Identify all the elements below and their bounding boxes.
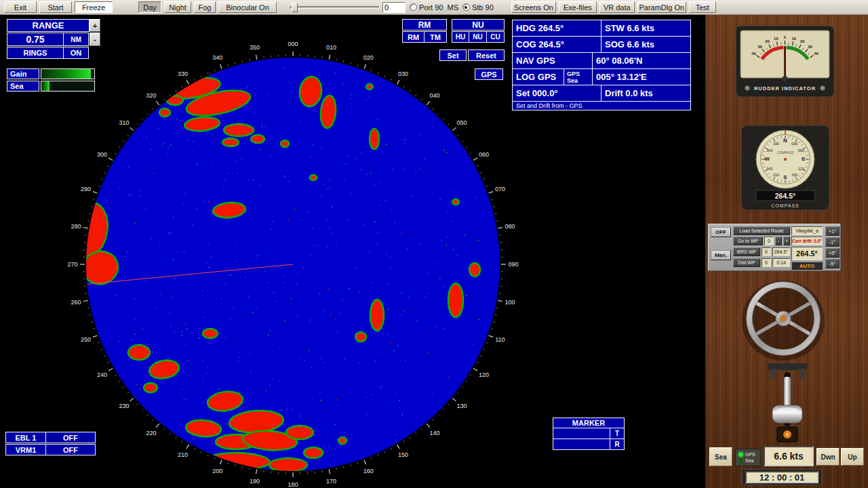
longitude-value: 005° 13.12'E [592, 68, 691, 85]
set-button[interactable]: Set [439, 49, 467, 61]
exe-files-button[interactable]: Exe-files [559, 1, 597, 13]
bearing-label: 240 [97, 371, 107, 378]
cu-button[interactable]: CU [486, 31, 505, 43]
stb-90-radio-dot[interactable] [462, 3, 470, 11]
marker-t-button[interactable]: T [610, 428, 625, 439]
nav-gps-label[interactable]: NAV GPS [512, 52, 593, 69]
plus-1-button[interactable]: +1° [825, 226, 840, 236]
stb-90-radio[interactable]: Stb 90 [462, 3, 494, 12]
wp-increment-button[interactable]: + [783, 237, 790, 245]
svg-text:20: 20 [800, 39, 805, 43]
night-button[interactable]: Night [164, 1, 191, 13]
radar-echo [222, 138, 239, 146]
gain-bar[interactable] [41, 68, 95, 79]
autopilot-manual-button[interactable]: Man. [711, 250, 731, 260]
binocular-button[interactable]: Binocular On [218, 1, 277, 13]
vrm-toggle[interactable]: OFF [45, 444, 96, 455]
radar-echo [203, 329, 218, 338]
hu-button[interactable]: HU [452, 31, 469, 43]
motion-mode-panel: RM RM TM [402, 19, 447, 43]
view-slider[interactable] [290, 2, 380, 13]
ships-wheel[interactable] [738, 277, 829, 362]
rudder-indicator: 40302010010203040 RUDDER INDICATOR [736, 26, 834, 97]
radar-echo [128, 345, 150, 360]
marker-r-value [553, 439, 610, 450]
marker-t-value [553, 428, 610, 439]
radar-echo [71, 209, 89, 222]
dist-wp-button[interactable]: Dist.WP [733, 258, 760, 267]
set-drift-source: Set and Drift from - GPS [512, 101, 691, 110]
cog-value: COG 264.5° [512, 36, 601, 53]
autopilot-off-button[interactable]: OFF [711, 227, 731, 237]
range-increase-button[interactable]: + [90, 19, 100, 32]
day-button[interactable]: Day [138, 1, 161, 13]
start-button[interactable]: Start [39, 1, 72, 13]
load-route-button[interactable]: Load Selected Route [733, 226, 790, 235]
port-90-radio[interactable]: Port 90 [410, 3, 443, 12]
radar-echo [159, 108, 170, 117]
bearing-label: 250 [81, 336, 91, 343]
screens-button[interactable]: Screens On [511, 1, 556, 13]
svg-text:330: 330 [773, 142, 779, 146]
sea-label: Sea [7, 81, 39, 92]
range-decrease-button[interactable]: - [90, 33, 100, 46]
speed-down-button[interactable]: Dwn [816, 448, 840, 466]
test-button[interactable]: Test [689, 1, 716, 13]
minus-1-button[interactable]: -1° [825, 237, 840, 247]
bearing-label: 290 [81, 186, 91, 192]
sea-mode-button[interactable]: Sea [709, 447, 732, 466]
radar-echo [370, 129, 379, 149]
svg-text:30: 30 [757, 45, 762, 49]
bearing-label: 340 [212, 54, 222, 61]
freeze-button[interactable]: Freeze [75, 1, 113, 13]
sea-bar[interactable] [41, 81, 95, 92]
screw-icon [745, 86, 750, 91]
radar-echo [167, 96, 183, 105]
brg-wp-button[interactable]: BRG WP [733, 247, 760, 256]
speed-up-button[interactable]: Up [841, 448, 864, 466]
gps-button[interactable]: GPS [475, 68, 503, 80]
bearing-label: 070 [495, 186, 505, 192]
goto-wp-button[interactable]: Go to WP [733, 237, 763, 245]
slider-thumb[interactable] [292, 3, 298, 12]
ms-label: MS [447, 3, 458, 12]
port-90-radio-dot[interactable] [410, 3, 417, 11]
ebl-toggle[interactable]: OFF [45, 432, 96, 443]
range-title: RANGE [7, 19, 90, 32]
radar-echo [338, 437, 347, 444]
route-name-display: Vikeplikt_a [791, 226, 823, 235]
svg-text:240: 240 [766, 167, 772, 171]
svg-text:40: 40 [751, 51, 756, 55]
reset-button[interactable]: Reset [468, 49, 505, 61]
svg-text:210: 210 [773, 173, 779, 177]
hdg-value: HDG 264.5° [512, 20, 601, 37]
bearing-label: 150 [398, 451, 408, 458]
param-dlg-button[interactable]: ParamDlg On [637, 1, 686, 13]
rm-button[interactable]: RM [402, 31, 425, 43]
plus-5-button[interactable]: +5° [825, 248, 840, 258]
rings-toggle[interactable]: ON [63, 47, 89, 59]
bearing-label: 000 [288, 41, 298, 47]
gps-sea-selector[interactable]: GPS Sea [564, 68, 593, 85]
radar-echo [469, 263, 480, 277]
stw-value: STW 6.6 kts [601, 20, 691, 37]
fog-button[interactable]: Fog [194, 1, 216, 13]
vr-data-button[interactable]: VR data [599, 1, 635, 13]
dist-wp-value: 0.14 [772, 258, 790, 267]
nu-button[interactable]: NU [469, 31, 487, 43]
wp-decrement-button[interactable]: - [775, 237, 782, 245]
exit-button[interactable]: Exit [4, 1, 37, 13]
minus-5-button[interactable]: -5° [825, 259, 840, 268]
throttle-lever[interactable] [758, 363, 816, 446]
svg-text:10: 10 [774, 37, 778, 41]
log-gps-label[interactable]: LOG GPS [512, 68, 564, 85]
auto-mode-indicator[interactable]: AUTO [791, 262, 823, 270]
orientation-panel: NU HU NU CU [452, 19, 505, 43]
latitude-value: 60° 08.06'N [592, 52, 691, 69]
nav-data-table: HDG 264.5° STW 6.6 kts COG 264.5° SOG 6.… [513, 20, 692, 110]
orientation-title: NU [452, 19, 505, 30]
svg-text:N: N [783, 138, 787, 144]
marker-r-button[interactable]: R [610, 439, 625, 450]
tm-button[interactable]: TM [424, 31, 447, 43]
value-field[interactable] [382, 2, 406, 13]
